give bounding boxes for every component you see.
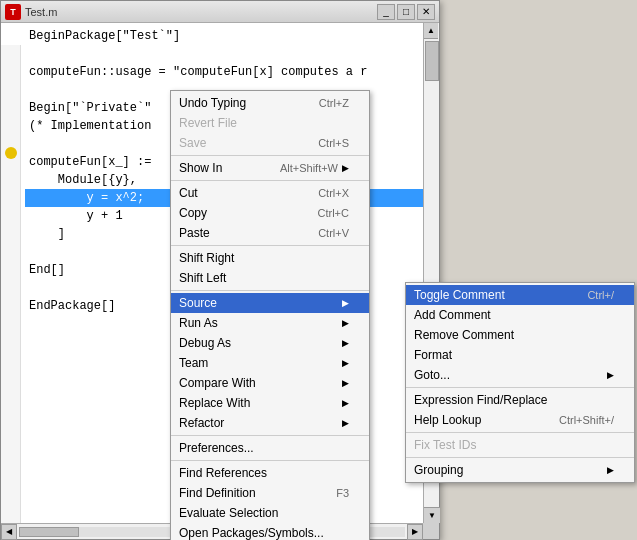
- menu-item-refactor[interactable]: Refactor ▶: [171, 413, 369, 433]
- goto-arrow-icon: ▶: [607, 370, 614, 380]
- menu-item-shift-left-label: Shift Left: [179, 271, 349, 285]
- menu-item-refactor-label: Refactor: [179, 416, 338, 430]
- menu-item-debug-as-label: Debug As: [179, 336, 338, 350]
- separator-5: [171, 435, 369, 436]
- submenu-item-expr-find[interactable]: Expression Find/Replace: [406, 390, 634, 410]
- menu-item-show-in[interactable]: Show In Alt+Shift+W ▶: [171, 158, 369, 178]
- menu-item-evaluate[interactable]: Evaluate Selection: [171, 503, 369, 523]
- scroll-up-button[interactable]: ▲: [424, 23, 438, 39]
- menu-item-shift-right[interactable]: Shift Right: [171, 248, 369, 268]
- submenu-item-add-comment[interactable]: Add Comment: [406, 305, 634, 325]
- fix-test-ids-label: Fix Test IDs: [414, 438, 614, 452]
- editor-line-3: computeFun::usage = "computeFun[x] compu…: [25, 63, 435, 81]
- menu-item-paste-label: Paste: [179, 226, 298, 240]
- run-as-arrow-icon: ▶: [342, 318, 349, 328]
- replace-arrow-icon: ▶: [342, 398, 349, 408]
- menu-item-copy[interactable]: Copy Ctrl+C: [171, 203, 369, 223]
- submenu-item-help-lookup[interactable]: Help Lookup Ctrl+Shift+/: [406, 410, 634, 430]
- scroll-down-button[interactable]: ▼: [424, 507, 440, 523]
- separator-2: [171, 180, 369, 181]
- submenu-item-fix-test-ids[interactable]: Fix Test IDs: [406, 435, 634, 455]
- separator-1: [171, 155, 369, 156]
- menu-item-cut-label: Cut: [179, 186, 298, 200]
- submenu-item-format[interactable]: Format: [406, 345, 634, 365]
- menu-item-run-as[interactable]: Run As ▶: [171, 313, 369, 333]
- separator-3: [171, 245, 369, 246]
- menu-item-replace-label: Replace With: [179, 396, 338, 410]
- submenu-item-grouping[interactable]: Grouping ▶: [406, 460, 634, 480]
- menu-item-source[interactable]: Source ▶: [171, 293, 369, 313]
- menu-item-preferences[interactable]: Preferences...: [171, 438, 369, 458]
- help-lookup-label: Help Lookup: [414, 413, 539, 427]
- close-button[interactable]: ✕: [417, 4, 435, 20]
- refactor-arrow-icon: ▶: [342, 418, 349, 428]
- source-separator-1: [406, 387, 634, 388]
- separator-4: [171, 290, 369, 291]
- menu-item-find-def[interactable]: Find Definition F3: [171, 483, 369, 503]
- menu-item-save[interactable]: Save Ctrl+S: [171, 133, 369, 153]
- title-bar-buttons: _ □ ✕: [377, 4, 435, 20]
- menu-item-paste-shortcut: Ctrl+V: [318, 227, 349, 239]
- menu-item-cut[interactable]: Cut Ctrl+X: [171, 183, 369, 203]
- remove-comment-label: Remove Comment: [414, 328, 614, 342]
- format-label: Format: [414, 348, 614, 362]
- source-separator-2: [406, 432, 634, 433]
- menu-item-run-as-label: Run As: [179, 316, 338, 330]
- menu-item-open-packages[interactable]: Open Packages/Symbols...: [171, 523, 369, 540]
- menu-item-find-refs-label: Find References: [179, 466, 349, 480]
- menu-item-find-refs[interactable]: Find References: [171, 463, 369, 483]
- menu-item-undo-shortcut: Ctrl+Z: [319, 97, 349, 109]
- menu-item-cut-shortcut: Ctrl+X: [318, 187, 349, 199]
- title-bar: T Test.m _ □ ✕: [1, 1, 439, 23]
- menu-item-save-shortcut: Ctrl+S: [318, 137, 349, 149]
- team-arrow-icon: ▶: [342, 358, 349, 368]
- grouping-label: Grouping: [414, 463, 603, 477]
- main-context-menu: Undo Typing Ctrl+Z Revert File Save Ctrl…: [170, 90, 370, 540]
- menu-item-shift-left[interactable]: Shift Left: [171, 268, 369, 288]
- maximize-button[interactable]: □: [397, 4, 415, 20]
- window-title: Test.m: [25, 6, 377, 18]
- menu-item-copy-shortcut: Ctrl+C: [318, 207, 349, 219]
- scroll-right-button[interactable]: ▶: [407, 524, 423, 540]
- expr-find-label: Expression Find/Replace: [414, 393, 614, 407]
- menu-item-debug-as[interactable]: Debug As ▶: [171, 333, 369, 353]
- menu-item-find-def-label: Find Definition: [179, 486, 316, 500]
- toggle-comment-shortcut: Ctrl+/: [587, 289, 614, 301]
- menu-item-paste[interactable]: Paste Ctrl+V: [171, 223, 369, 243]
- menu-item-compare-with[interactable]: Compare With ▶: [171, 373, 369, 393]
- gutter: [1, 45, 21, 539]
- menu-item-save-label: Save: [179, 136, 298, 150]
- scroll-thumb[interactable]: [425, 41, 439, 81]
- minimize-button[interactable]: _: [377, 4, 395, 20]
- source-submenu: Toggle Comment Ctrl+/ Add Comment Remove…: [405, 282, 635, 483]
- menu-item-team[interactable]: Team ▶: [171, 353, 369, 373]
- submenu-item-goto[interactable]: Goto... ▶: [406, 365, 634, 385]
- separator-6: [171, 460, 369, 461]
- source-separator-3: [406, 457, 634, 458]
- compare-arrow-icon: ▶: [342, 378, 349, 388]
- menu-item-open-packages-label: Open Packages/Symbols...: [179, 526, 349, 540]
- gutter-marker: [5, 147, 17, 159]
- menu-item-show-in-shortcut: Alt+Shift+W: [280, 162, 338, 174]
- submenu-item-toggle-comment[interactable]: Toggle Comment Ctrl+/: [406, 285, 634, 305]
- scroll-thumb-h[interactable]: [19, 527, 79, 537]
- scroll-left-button[interactable]: ◀: [1, 524, 17, 540]
- help-lookup-shortcut: Ctrl+Shift+/: [559, 414, 614, 426]
- menu-item-team-label: Team: [179, 356, 338, 370]
- toggle-comment-label: Toggle Comment: [414, 288, 567, 302]
- menu-item-replace-with[interactable]: Replace With ▶: [171, 393, 369, 413]
- menu-item-copy-label: Copy: [179, 206, 298, 220]
- menu-item-shift-right-label: Shift Right: [179, 251, 349, 265]
- menu-item-revert[interactable]: Revert File: [171, 113, 369, 133]
- grouping-arrow-icon: ▶: [607, 465, 614, 475]
- add-comment-label: Add Comment: [414, 308, 614, 322]
- submenu-item-remove-comment[interactable]: Remove Comment: [406, 325, 634, 345]
- menu-item-find-def-shortcut: F3: [336, 487, 349, 499]
- source-arrow-icon: ▶: [342, 298, 349, 308]
- goto-label: Goto...: [414, 368, 603, 382]
- menu-item-source-label: Source: [179, 296, 338, 310]
- menu-item-show-in-label: Show In: [179, 161, 260, 175]
- menu-item-preferences-label: Preferences...: [179, 441, 349, 455]
- menu-item-undo[interactable]: Undo Typing Ctrl+Z: [171, 93, 369, 113]
- menu-item-evaluate-label: Evaluate Selection: [179, 506, 349, 520]
